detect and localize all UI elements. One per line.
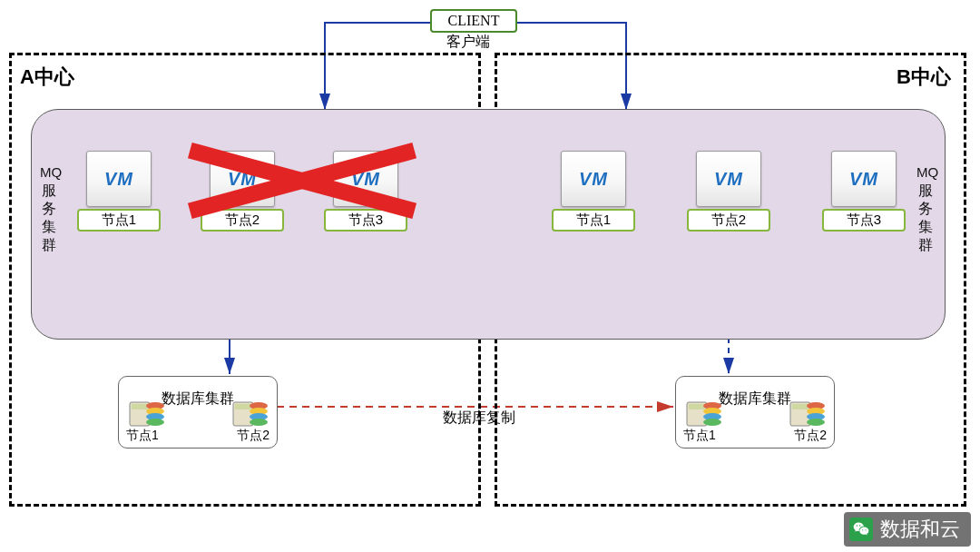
svg-point-23 bbox=[703, 419, 721, 426]
db-b-node-2: 节点2 bbox=[794, 428, 827, 444]
watermark: 数据和云 bbox=[844, 512, 971, 547]
watermark-text: 数据和云 bbox=[880, 516, 960, 543]
db-a-node-1: 节点1 bbox=[126, 428, 159, 444]
failure-cross-icon bbox=[0, 0, 980, 552]
svg-rect-19 bbox=[689, 404, 705, 409]
svg-rect-6 bbox=[132, 404, 148, 409]
svg-point-11 bbox=[146, 419, 164, 426]
svg-rect-13 bbox=[235, 404, 251, 409]
svg-point-17 bbox=[250, 419, 268, 426]
svg-rect-25 bbox=[792, 404, 808, 409]
db-a-node-2: 节点2 bbox=[237, 428, 270, 444]
db-b-node-1: 节点1 bbox=[683, 428, 716, 444]
svg-point-29 bbox=[807, 419, 825, 426]
wechat-icon bbox=[849, 518, 873, 541]
db-cluster-a: 数据库集群 节点1 节点2 bbox=[118, 376, 278, 448]
replication-label: 数据库复制 bbox=[443, 409, 515, 428]
db-cluster-b: 数据库集群 节点1 节点2 bbox=[675, 376, 835, 448]
